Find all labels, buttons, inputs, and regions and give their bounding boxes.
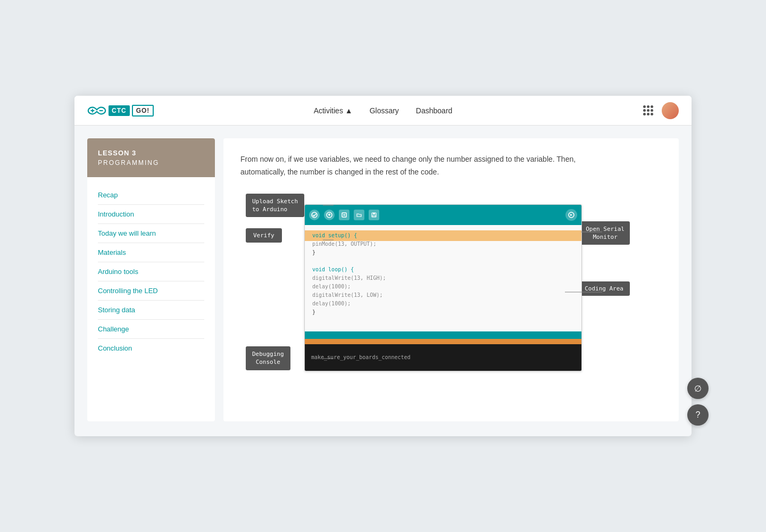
- svg-point-0: [312, 212, 317, 218]
- svg-rect-5: [372, 215, 376, 217]
- grid-dot: [651, 113, 653, 115]
- sidebar-item-recap[interactable]: Recap: [98, 186, 204, 205]
- toolbar-serial-icon[interactable]: [565, 209, 577, 221]
- verify-button[interactable]: Verify: [246, 228, 282, 243]
- toolbar-open-icon[interactable]: [354, 210, 364, 220]
- grid-icon[interactable]: [643, 105, 653, 115]
- help-button[interactable]: ?: [687, 404, 709, 426]
- grid-dot: [651, 105, 653, 108]
- fab-buttons: ∅ ?: [687, 378, 709, 426]
- grid-dot: [647, 105, 650, 108]
- grid-dot: [643, 105, 646, 108]
- sidebar-item-challenge[interactable]: Challenge: [98, 320, 204, 339]
- nav-glossary[interactable]: Glossary: [370, 106, 399, 115]
- ide-toolbar-icons: [309, 210, 379, 220]
- ide-toolbar: [305, 205, 581, 225]
- svg-rect-4: [373, 213, 375, 214]
- nav-activities[interactable]: Activities ▲: [314, 106, 353, 115]
- slash-icon: ∅: [694, 384, 702, 394]
- sidebar: LESSON 3 PROGRAMMING Recap Introduction …: [87, 138, 215, 421]
- debug-console-label: Debugging Console: [246, 346, 290, 370]
- upload-sketch-button[interactable]: Upload Sketch to Arduino: [246, 194, 304, 218]
- app-window: CTC GO! Activities ▲ Glossary Dashboard: [74, 96, 692, 436]
- ide-diagram: Upload Sketch to Arduino Verify Open Ser…: [240, 194, 662, 396]
- toolbar-upload-icon[interactable]: [324, 210, 335, 220]
- header-right: [643, 102, 679, 119]
- ide-code-area: void setup() { pinMode(13, OUTPUT); } vo…: [305, 225, 581, 331]
- toolbar-checkmark-icon[interactable]: [309, 210, 320, 220]
- arduino-logo: [87, 105, 106, 116]
- console-output: make_sure_your_boards_connected: [311, 354, 411, 360]
- sidebar-item-introduction[interactable]: Introduction: [98, 205, 204, 224]
- header: CTC GO! Activities ▲ Glossary Dashboard: [74, 96, 692, 126]
- user-avatar[interactable]: [662, 102, 679, 119]
- content-text: From now on, if we use variables, we nee…: [240, 153, 613, 179]
- sidebar-item-conclusion[interactable]: Conclusion: [98, 339, 204, 358]
- logo-area: CTC GO!: [87, 105, 154, 117]
- console-orange-bar: [305, 339, 581, 344]
- lesson-number: LESSON 3: [98, 149, 204, 157]
- grid-dot: [647, 109, 650, 112]
- sidebar-item-materials[interactable]: Materials: [98, 243, 204, 262]
- content-area: From now on, if we use variables, we nee…: [223, 138, 679, 421]
- toolbar-new-icon[interactable]: [339, 210, 349, 220]
- sidebar-header: LESSON 3 PROGRAMMING: [87, 138, 215, 177]
- ide-window: void setup() { pinMode(13, OUTPUT); } vo…: [304, 204, 582, 371]
- main-content: LESSON 3 PROGRAMMING Recap Introduction …: [74, 126, 692, 434]
- slash-button[interactable]: ∅: [687, 378, 709, 399]
- sidebar-item-controlling[interactable]: Controlling the LED: [98, 281, 204, 301]
- main-nav: Activities ▲ Glossary Dashboard: [314, 106, 453, 115]
- grid-dot: [647, 113, 650, 115]
- ide-console: make_sure_your_boards_connected: [305, 344, 581, 371]
- serial-monitor-label[interactable]: Open Serial Monitor: [580, 221, 630, 245]
- grid-dot: [643, 109, 646, 112]
- ide-bottom-bar: [305, 331, 581, 339]
- grid-dot: [651, 109, 653, 112]
- coding-area-label: Coding Area: [578, 281, 630, 296]
- sidebar-nav: Recap Introduction Today we will learn M…: [87, 177, 215, 366]
- toolbar-save-icon[interactable]: [369, 210, 379, 220]
- sidebar-item-storing[interactable]: Storing data: [98, 301, 204, 320]
- logo-ctc: CTC: [109, 105, 130, 116]
- question-icon: ?: [696, 410, 701, 420]
- code-highlight: void setup() {: [305, 230, 581, 241]
- logo-go: GO!: [132, 105, 154, 117]
- sidebar-item-today[interactable]: Today we will learn: [98, 224, 204, 243]
- grid-dot: [643, 113, 646, 115]
- lesson-title: PROGRAMMING: [98, 159, 204, 167]
- sidebar-item-arduino-tools[interactable]: Arduino tools: [98, 262, 204, 281]
- nav-dashboard[interactable]: Dashboard: [416, 106, 453, 115]
